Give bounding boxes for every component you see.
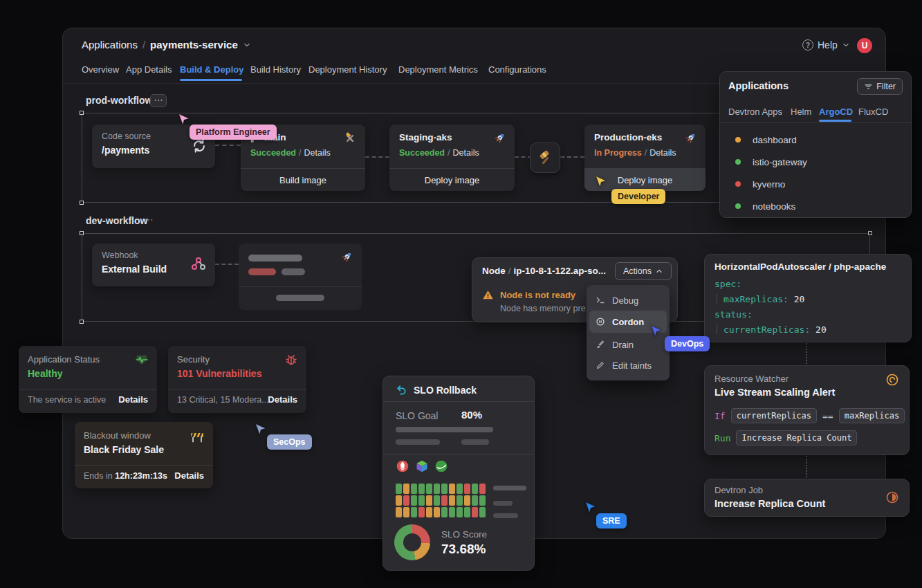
build-image-button[interactable]: Build image [241, 169, 365, 191]
blackout-details-link[interactable]: Details [174, 470, 204, 481]
staging-pipeline-card[interactable]: Staging-aks Succeeded/Details Deploy ima… [389, 125, 515, 191]
heatmap-cell [457, 495, 463, 506]
prod-workflow-title: prod-workflow [86, 95, 152, 106]
slo-score-value: 73.68% [441, 542, 486, 557]
app-list-item[interactable]: dashboard [720, 129, 912, 151]
devops-cursor-icon [649, 324, 664, 339]
filter-icon [864, 82, 873, 91]
skeleton-bar [396, 427, 465, 432]
chevron-down-icon[interactable] [243, 41, 251, 49]
help-menu[interactable]: ? Help [802, 39, 850, 50]
pipeline-connector [365, 156, 389, 158]
tab-overview[interactable]: Overview [82, 64, 119, 75]
production-details-link[interactable]: Details [649, 148, 676, 158]
hpa-yaml: spec: maxReplicas: 20 status: currentRep… [714, 277, 827, 338]
dev-workflow-menu-button[interactable]: ⋯ [144, 214, 154, 225]
skeleton-bar [396, 439, 440, 445]
app-list-item[interactable]: istio-gateway [720, 151, 912, 173]
selection-handle[interactable] [80, 320, 84, 324]
heatmap-cell [472, 495, 478, 506]
run-keyword: Run [714, 433, 730, 443]
card-divider [75, 465, 213, 466]
heatmap-cell [479, 495, 486, 506]
chevron-up-icon [655, 267, 663, 275]
staging-details-link[interactable]: Details [453, 148, 479, 158]
heatmap-cell [449, 507, 455, 517]
cube-logo [415, 459, 429, 473]
screen: Applications / payments-service ? Help U… [0, 0, 922, 588]
heatmap-cell [434, 507, 440, 517]
breadcrumb-root[interactable]: Applications [82, 39, 138, 50]
status-card-value: Healthy [28, 368, 63, 379]
heatmap-cell [418, 507, 425, 517]
heatmap-cell [403, 484, 409, 494]
status-details-link[interactable]: Details [118, 394, 148, 405]
indent-guide [717, 294, 717, 304]
build-status-row: Succeeded/Details [250, 148, 331, 158]
app-list-item[interactable]: notebooks [720, 195, 912, 217]
apps-tab-devtron-apps[interactable]: Devtron Apps [728, 107, 782, 117]
card-divider [168, 389, 306, 389]
pipeline-connector [215, 145, 241, 146]
tab-build-and-deploy[interactable]: Build & Deploy [180, 64, 243, 75]
status-dot [735, 159, 741, 165]
build-details-link[interactable]: Details [304, 148, 331, 158]
help-label: Help [818, 39, 838, 50]
tab-deployment-metrics[interactable]: Deployment Metrics [398, 64, 478, 75]
selection-handle[interactable] [80, 201, 84, 205]
chevron-down-icon [842, 41, 850, 49]
ellipsis-icon: ⋯ [154, 95, 163, 105]
skeleton-bar-red [248, 268, 276, 275]
menu-item-edit-taints[interactable]: Edit taints [589, 355, 667, 376]
approval-gate-node[interactable] [530, 143, 560, 173]
yaml-key: status: [714, 309, 753, 320]
slo-heatmap [396, 484, 486, 517]
app-list-item[interactable]: kyverno [720, 173, 912, 195]
blackout-window-card: Blackout window Black Friday Sale Ends i… [75, 422, 213, 488]
if-keyword: If [714, 411, 726, 421]
actions-button[interactable]: Actions [615, 262, 672, 280]
app-name: dashboard [753, 135, 797, 145]
status-dot [735, 137, 741, 143]
tab-app-details[interactable]: App Details [126, 64, 172, 75]
tab-configurations[interactable]: Configurations [488, 64, 546, 75]
devops-badge: DevOps [665, 336, 710, 351]
panel-divider [383, 454, 534, 454]
security-details-link[interactable]: Details [268, 394, 297, 405]
production-status-row: In Progress/Details [594, 148, 676, 158]
panel-divider [720, 122, 911, 123]
run-action-chip: Increase Replica Count [736, 430, 857, 445]
panel-connector [806, 456, 807, 477]
gavel-icon [536, 149, 554, 167]
menu-item-debug[interactable]: Debug [589, 290, 667, 311]
heatmap-cell [449, 495, 455, 506]
heatmap-cell [479, 507, 486, 517]
watcher-condition-row: If currentReplicas == maxReplicas [714, 408, 905, 423]
status-dot [735, 203, 741, 209]
webhook-name: External Build [102, 264, 167, 275]
avatar[interactable]: U [857, 38, 872, 53]
filter-button[interactable]: Filter [857, 78, 903, 95]
staging-deploy-image-button[interactable]: Deploy image [389, 169, 515, 191]
selection-handle[interactable] [868, 231, 872, 235]
sre-cursor-icon [583, 500, 598, 515]
menu-item-label: Debug [612, 295, 638, 306]
webhook-card[interactable]: Webhook External Build [92, 244, 215, 286]
apps-tab-helm[interactable]: Helm [791, 107, 811, 117]
selection-handle[interactable] [80, 231, 84, 235]
node-warning-title: Node is not ready [500, 290, 575, 300]
apps-tab-argocd[interactable]: ArgoCD [819, 107, 853, 117]
heatmap-cell [434, 495, 440, 506]
prod-workflow-menu-button[interactable]: ⋯ [150, 94, 167, 107]
spiral-icon [885, 373, 899, 387]
apps-tab-fluxcd[interactable]: FluxCD [858, 107, 888, 117]
blackout-card-footer: Ends in 12h:23m:13s [84, 471, 167, 481]
menu-item-label: Drain [612, 340, 634, 350]
selection-handle[interactable] [80, 111, 84, 115]
menu-item-label: Cordon [612, 317, 644, 327]
heatmap-cell [464, 495, 470, 506]
heatmap-cell [426, 484, 432, 494]
heatmap-cell [396, 507, 402, 517]
tab-deployment-history[interactable]: Deployment History [308, 64, 387, 75]
tab-build-history[interactable]: Build History [250, 64, 301, 75]
